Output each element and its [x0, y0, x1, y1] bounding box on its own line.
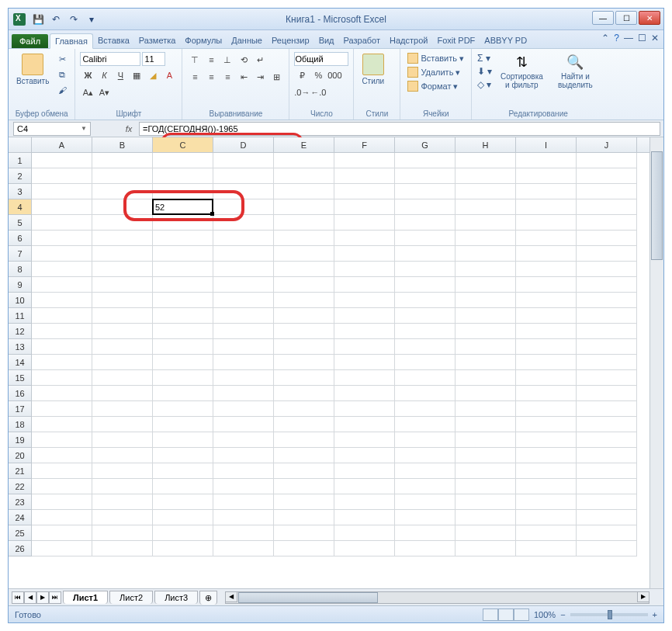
cell-J18[interactable] — [577, 417, 637, 432]
cell-F13[interactable] — [334, 339, 395, 355]
cell-D7[interactable] — [213, 246, 274, 262]
cell-H1[interactable] — [456, 153, 516, 168]
cell-J6[interactable] — [577, 231, 637, 246]
cell-I11[interactable] — [516, 308, 577, 324]
format-painter-button[interactable]: 🖌 — [54, 83, 70, 97]
cell-D4[interactable] — [213, 199, 274, 215]
shrink-font-button[interactable]: A▾ — [96, 85, 112, 100]
cell-A26[interactable] — [32, 541, 92, 556]
row-header-7[interactable]: 7 — [9, 246, 32, 262]
align-center-button[interactable]: ≡ — [203, 69, 219, 85]
cell-I4[interactable] — [516, 199, 577, 215]
cell-F22[interactable] — [334, 479, 395, 494]
grow-font-button[interactable]: A▴ — [80, 85, 95, 100]
cell-J3[interactable] — [577, 184, 637, 199]
next-sheet-button[interactable]: ▶ — [36, 591, 49, 604]
cell-F6[interactable] — [334, 231, 395, 246]
fill-button[interactable]: ⬇ ▾ — [476, 65, 493, 78]
cell-B19[interactable] — [92, 432, 153, 448]
file-tab[interactable]: Файл — [12, 34, 48, 48]
cell-E22[interactable] — [274, 479, 334, 494]
cell-J1[interactable] — [577, 153, 637, 168]
tab-разметка[interactable]: Разметка — [134, 33, 181, 48]
cell-E21[interactable] — [274, 463, 334, 479]
font-size-input[interactable] — [142, 52, 165, 66]
cell-G24[interactable] — [395, 510, 456, 525]
column-header-C[interactable]: C — [153, 137, 213, 152]
cell-E24[interactable] — [274, 510, 334, 525]
first-sheet-button[interactable]: ⏮ — [12, 591, 24, 604]
cell-G8[interactable] — [395, 262, 456, 277]
hscroll-right[interactable]: ▶ — [637, 591, 649, 602]
cell-D15[interactable] — [213, 370, 274, 386]
cell-A9[interactable] — [32, 277, 92, 293]
styles-button[interactable]: Стили — [359, 52, 387, 87]
cell-G18[interactable] — [395, 417, 456, 432]
cell-C7[interactable] — [153, 246, 213, 262]
row-header-5[interactable]: 5 — [9, 215, 32, 231]
cell-J4[interactable] — [577, 199, 637, 215]
cell-F10[interactable] — [334, 293, 395, 308]
cell-G19[interactable] — [395, 432, 456, 448]
cell-I6[interactable] — [516, 231, 577, 246]
cell-D13[interactable] — [213, 339, 274, 355]
cell-G23[interactable] — [395, 494, 456, 510]
cell-H19[interactable] — [456, 432, 516, 448]
cell-F26[interactable] — [334, 541, 395, 556]
row-header-2[interactable]: 2 — [9, 168, 32, 184]
cell-F11[interactable] — [334, 308, 395, 324]
cell-E26[interactable] — [274, 541, 334, 556]
cell-C22[interactable] — [153, 479, 213, 494]
cell-D6[interactable] — [213, 231, 274, 246]
cell-C5[interactable] — [153, 215, 213, 231]
cell-J10[interactable] — [577, 293, 637, 308]
cell-J20[interactable] — [577, 448, 637, 463]
cell-E2[interactable] — [274, 168, 334, 184]
cell-G6[interactable] — [395, 231, 456, 246]
cell-G17[interactable] — [395, 401, 456, 417]
cell-F1[interactable] — [334, 153, 395, 168]
row-header-14[interactable]: 14 — [9, 355, 32, 370]
last-sheet-button[interactable]: ⏭ — [49, 591, 61, 604]
column-header-I[interactable]: I — [516, 137, 577, 152]
cell-I25[interactable] — [516, 525, 577, 541]
cell-C25[interactable] — [153, 525, 213, 541]
row-header-13[interactable]: 13 — [9, 339, 32, 355]
cell-G21[interactable] — [395, 463, 456, 479]
cell-A24[interactable] — [32, 510, 92, 525]
cell-E6[interactable] — [274, 231, 334, 246]
column-header-F[interactable]: F — [334, 137, 395, 152]
cell-B8[interactable] — [92, 262, 153, 277]
cell-D17[interactable] — [213, 401, 274, 417]
cell-E10[interactable] — [274, 293, 334, 308]
cell-E3[interactable] — [274, 184, 334, 199]
doc-minimize-icon[interactable]: — — [624, 33, 633, 43]
copy-button[interactable]: ⧉ — [54, 68, 70, 81]
row-header-23[interactable]: 23 — [9, 494, 32, 510]
cell-I16[interactable] — [516, 386, 577, 401]
cell-I8[interactable] — [516, 262, 577, 277]
cell-G10[interactable] — [395, 293, 456, 308]
normal-view-button[interactable] — [483, 608, 498, 621]
cell-A2[interactable] — [32, 168, 92, 184]
cell-E7[interactable] — [274, 246, 334, 262]
cell-I1[interactable] — [516, 153, 577, 168]
select-all-corner[interactable] — [9, 137, 32, 152]
cell-H4[interactable] — [456, 199, 516, 215]
cell-C2[interactable] — [153, 168, 213, 184]
cell-B1[interactable] — [92, 153, 153, 168]
cell-B20[interactable] — [92, 448, 153, 463]
fill-color-button[interactable]: ◢ — [145, 68, 161, 83]
cell-H10[interactable] — [456, 293, 516, 308]
row-header-25[interactable]: 25 — [9, 525, 32, 541]
cell-F16[interactable] — [334, 386, 395, 401]
cell-G4[interactable] — [395, 199, 456, 215]
sheet-tab-Лист3[interactable]: Лист3 — [154, 591, 198, 604]
cell-D25[interactable] — [213, 525, 274, 541]
cell-D18[interactable] — [213, 417, 274, 432]
cell-I5[interactable] — [516, 215, 577, 231]
row-header-4[interactable]: 4 — [9, 199, 32, 215]
tab-вид[interactable]: Вид — [314, 33, 339, 48]
cell-F5[interactable] — [334, 215, 395, 231]
row-header-16[interactable]: 16 — [9, 386, 32, 401]
